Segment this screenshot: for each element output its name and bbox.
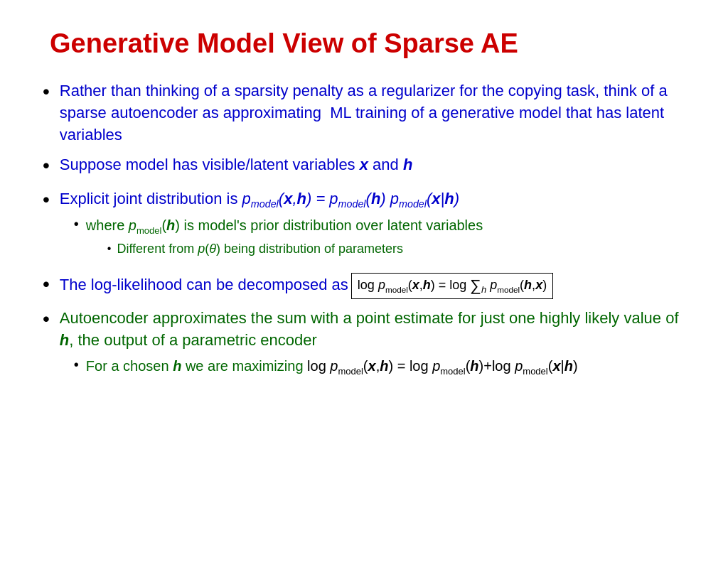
bullet-5-text: Autoencoder approximates the sum with a … — [60, 308, 685, 382]
sub-dot-3-1: • — [74, 214, 79, 234]
bullet-5: • Autoencoder approximates the sum with … — [43, 308, 685, 382]
bullet-dot-2: • — [43, 151, 50, 179]
bullet-2: • Suppose model has visible/latent varia… — [43, 154, 685, 179]
formula-box: log pmodel(x,h) = log ∑h pmodel(h,x) — [351, 273, 553, 299]
sub-sub-list-3: • Different from p(θ) being distribution… — [86, 240, 483, 258]
bullet-dot-1: • — [43, 77, 50, 105]
sub-sub-dot-3-1: • — [107, 241, 112, 256]
slide-title: Generative Model View of Sparse AE — [50, 28, 685, 59]
bullet-4-text: The log-likelihood can be decomposed as … — [60, 273, 685, 299]
sub-sub-bullet-3-1-text: Different from p(θ) being distribution o… — [117, 240, 403, 258]
bullet-3-sub-list: • where pmodel(h) is model's prior distr… — [60, 215, 685, 261]
bullet-1-text: Rather than thinking of a sparsity penal… — [60, 80, 685, 146]
bullet-2-text: Suppose model has visible/latent variabl… — [60, 154, 685, 176]
bullet-4: • The log-likelihood can be decomposed a… — [43, 273, 685, 299]
bullet-dot-3: • — [43, 185, 50, 213]
sub-dot-5-1: • — [74, 355, 79, 374]
sub-bullet-5-1-text: For a chosen h we are maximizing log pmo… — [86, 356, 578, 378]
bullet-dot-4: • — [43, 270, 50, 298]
sub-bullet-3-1-text: where pmodel(h) is model's prior distrib… — [86, 215, 483, 261]
slide: Generative Model View of Sparse AE • Rat… — [0, 0, 728, 562]
bullet-3-text: Explicit joint distribution is pmodel(x,… — [60, 188, 685, 265]
bullet-dot-5: • — [43, 305, 50, 333]
sub-bullet-3-1: • where pmodel(h) is model's prior distr… — [74, 215, 685, 261]
bullet-3-main: Explicit joint distribution is pmodel(x,… — [60, 190, 459, 207]
main-bullet-list: • Rather than thinking of a sparsity pen… — [43, 80, 685, 382]
sum-sub-h: h — [481, 284, 486, 295]
bottom-formula: log pmodel(x,h) = log pmodel(h)+log pmod… — [307, 358, 578, 374]
joint-dist-formula: pmodel(x,h) = pmodel(h) pmodel(x|h) — [242, 190, 459, 207]
bullet-5-sub-list: • For a chosen h we are maximizing log p… — [60, 356, 685, 378]
sub-sub-bullet-3-1: • Different from p(θ) being distribution… — [107, 240, 483, 258]
bullet-3: • Explicit joint distribution is pmodel(… — [43, 188, 685, 265]
bullet-1: • Rather than thinking of a sparsity pen… — [43, 80, 685, 146]
var-h: h — [403, 156, 412, 173]
slide-content: • Rather than thinking of a sparsity pen… — [43, 80, 685, 382]
var-x: x — [360, 156, 368, 173]
sum-symbol: ∑ — [470, 276, 481, 294]
sub-bullet-5-1: • For a chosen h we are maximizing log p… — [74, 356, 685, 378]
